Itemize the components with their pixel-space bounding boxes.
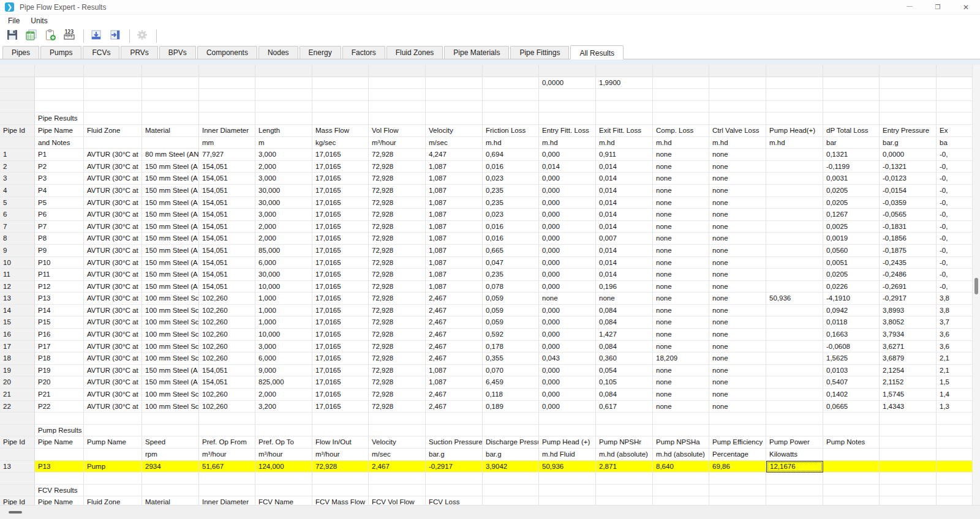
grid-cell[interactable] [709,472,766,485]
grid-cell[interactable]: 0,059 [483,316,539,329]
grid-cell[interactable]: 150 mm Steel (A [142,376,199,389]
grid-cell[interactable]: Exit Fitt. Loss [596,125,653,137]
tab-fluid-zones[interactable]: Fluid Zones [386,46,443,59]
grid-cell[interactable]: none [709,316,766,329]
grid-cell[interactable]: 0,235 [483,269,539,281]
grid-cell[interactable]: m³/hour [312,449,369,461]
grid-cell[interactable]: 100 mm Steel Sch [142,341,199,353]
grid-cell[interactable]: P4 [35,185,84,197]
grid-cell[interactable]: none [653,293,709,305]
grid-cell[interactable]: 72,928 [369,257,426,269]
grid-cell[interactable]: 1,087 [426,269,483,281]
menu-item-units[interactable]: Units [25,15,53,26]
gear-button[interactable] [134,28,151,44]
grid-cell[interactable]: m³/hour [369,137,426,149]
grid-cell[interactable] [0,77,35,89]
grid-cell[interactable]: Inner Diameter [199,496,255,505]
grid-cell[interactable]: 0,0665 [823,401,880,413]
grid-cell[interactable]: 2,467 [369,461,426,473]
grid-cell[interactable]: P11 [35,269,84,281]
grid-cell[interactable]: 825,000 [255,376,312,389]
grid-cell[interactable]: 0,000 [539,221,596,233]
grid-cell[interactable]: 0,043 [539,353,596,365]
grid-cell[interactable] [539,485,596,497]
grid-cell[interactable]: 1,087 [426,365,483,377]
grid-cell[interactable]: none [653,185,709,197]
grid-cell[interactable] [483,485,539,497]
grid-cell[interactable]: -4,1910 [823,293,880,305]
grid-cell[interactable] [426,65,483,77]
grid-cell[interactable]: 17 [0,341,35,353]
grid-cell[interactable] [84,472,142,485]
grid-cell[interactable]: 72,928 [369,329,426,341]
grid-cell[interactable] [937,413,972,425]
grid-cell[interactable]: 10,000 [255,329,312,341]
grid-cell[interactable]: 0,0205 [823,185,880,197]
grid-cell[interactable] [880,413,937,425]
grid-cell[interactable]: -0, [937,269,972,281]
grid-cell[interactable]: -0,0359 [880,197,937,209]
grid-cell[interactable]: 72,928 [369,149,426,161]
grid-cell[interactable]: none [709,376,766,389]
grid-cell[interactable]: 3,9042 [483,461,539,473]
grid-cell[interactable]: AVTUR (30°C at [84,341,142,353]
grid-cell[interactable] [937,461,972,473]
grid-cell[interactable]: Pref. Op To [255,436,312,449]
grid-cell[interactable]: dP Total Loss [823,125,880,137]
grid-cell[interactable]: 0,016 [483,221,539,233]
grid-cell[interactable]: Speed [142,436,199,449]
grid-cell[interactable]: AVTUR (30°C at [84,221,142,233]
grid-cell[interactable]: none [653,269,709,281]
grid-cell[interactable]: -0, [937,281,972,293]
grid-cell[interactable]: Material [142,125,199,137]
grid-cell[interactable] [880,113,937,125]
grid-cell[interactable]: 0,000 [539,329,596,341]
grid-cell[interactable]: 2,467 [426,353,483,365]
grid-cell[interactable]: Pipe Id [0,125,35,137]
grid-cell[interactable]: FCV Mass Flow [312,496,369,505]
grid-cell[interactable]: none [653,221,709,233]
grid-cell[interactable]: 150 mm Steel (A [142,233,199,245]
grid-cell[interactable] [937,65,972,77]
tab-factors[interactable]: Factors [342,46,385,59]
grid-cell[interactable]: 4,247 [426,149,483,161]
grid-cell[interactable]: 154,051 [199,161,255,173]
grid-cell[interactable]: m [255,137,312,149]
grid-cell[interactable]: P8 [35,233,84,245]
grid-cell[interactable]: none [709,245,766,257]
grid-cell[interactable] [880,77,937,89]
grid-cell[interactable]: 0,000 [539,197,596,209]
grid-cell[interactable]: none [653,341,709,353]
grid-cell[interactable] [539,472,596,485]
grid-cell[interactable]: 0,178 [483,341,539,353]
grid-cell[interactable]: bar.g [880,137,937,149]
grid-cell[interactable]: 17,0165 [312,209,369,221]
grid-cell[interactable]: none [653,376,709,389]
menu-item-file[interactable]: File [2,15,25,26]
grid-cell[interactable] [312,413,369,425]
grid-cell[interactable] [483,77,539,89]
grid-cell[interactable]: 1,087 [426,221,483,233]
grid-cell[interactable]: P13 [35,293,84,305]
grid-cell[interactable]: 150 mm Steel (A [142,209,199,221]
grid-cell[interactable]: none [653,401,709,413]
grid-cell[interactable]: m.hd (absolute) [653,449,709,461]
grid-cell[interactable] [823,113,880,125]
grid-cell[interactable]: 21 [0,389,35,401]
grid-cell[interactable]: 0,000 [539,209,596,221]
grid-cell[interactable] [312,89,369,101]
grid-cell[interactable] [199,413,255,425]
grid-cell[interactable] [142,77,199,89]
grid-cell[interactable]: 0,014 [596,209,653,221]
grid-cell[interactable] [823,425,880,437]
grid-cell[interactable] [880,101,937,113]
grid-cell[interactable] [35,77,84,89]
grid-cell[interactable]: AVTUR (30°C at [84,365,142,377]
grid-cell[interactable]: none [653,209,709,221]
grid-cell[interactable]: AVTUR (30°C at [84,233,142,245]
grid-cell[interactable]: 10,000 [255,281,312,293]
grid-cell[interactable]: 0,0000 [880,149,937,161]
grid-cell[interactable]: -0, [937,209,972,221]
grid-cell[interactable]: m.hd [653,137,709,149]
grid-cell[interactable] [709,89,766,101]
